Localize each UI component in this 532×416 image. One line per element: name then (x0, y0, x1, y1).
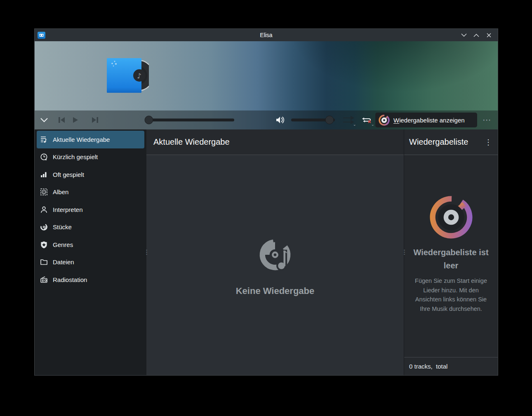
elisa-logo-large-icon (429, 195, 473, 239)
shuffle-menu-chevron-icon: ⌄ (353, 122, 356, 127)
playlist-empty-text: Fügen Sie zum Start einige Lieder hinzu.… (412, 276, 490, 313)
sidebar-item-label: Aktuelle Wiedergabe (53, 136, 110, 143)
overflow-menu-button[interactable]: ⋯ (483, 115, 492, 125)
shuffle-button[interactable]: ⌄ (341, 113, 355, 127)
play-button[interactable] (70, 114, 81, 126)
radio-icon (40, 276, 48, 284)
sidebar-item-label: Stücke (53, 223, 72, 230)
header-banner: ♪ (35, 41, 498, 129)
show-playlist-label: Wiedergabeliste anzeigen (393, 117, 465, 124)
sidebar-item-label: Dateien (53, 259, 74, 266)
sidebar-item-radiostation[interactable]: Radiostation (37, 271, 144, 289)
hide-player-button[interactable] (38, 113, 51, 127)
repeat-menu-chevron-icon: ⌄ (371, 122, 374, 127)
sidebar-item-label: Radiostation (53, 276, 87, 283)
sidebar-item-genres[interactable]: Genres (37, 236, 144, 254)
track-icon (40, 223, 48, 231)
sidebar-item-kuerzlich-gespielt[interactable]: Kürzlich gespielt (37, 148, 144, 166)
sidebar-item-interpreten[interactable]: Interpreten (37, 201, 144, 219)
album-art-placeholder: ♪ (107, 58, 149, 93)
elisa-logo-icon (379, 115, 390, 126)
elisa-window: Elisa (34, 28, 498, 376)
playlist-title: Wiedergabeliste (409, 137, 468, 147)
main-view-title: Aktuelle Wiedergabe (153, 137, 230, 147)
player-controls-bar: ⌄ ⌄ (35, 110, 498, 129)
main-view: Aktuelle Wiedergabe Keine Wiedergabe (146, 129, 404, 375)
playlist-menu-button[interactable]: ⋮ (483, 138, 494, 147)
clock-icon (40, 153, 48, 161)
svg-text:♪: ♪ (137, 72, 141, 80)
sidebar: Aktuelle Wiedergabe Kürzlich gespielt (35, 129, 146, 375)
sidebar-item-alben[interactable]: Alben (37, 183, 144, 201)
playlist-empty-title: Wiedergabeliste ist leer (412, 246, 490, 272)
playlist-footer: 0 tracks, total (404, 357, 498, 375)
sidebar-item-label: Oft gespielt (53, 171, 84, 178)
main-view-header: Aktuelle Wiedergabe (146, 129, 404, 155)
show-playlist-button[interactable]: Wiedergabeliste anzeigen (375, 113, 477, 127)
sidebar-item-label: Alben (53, 188, 68, 195)
folder-icon (40, 258, 48, 266)
volume-slider-handle[interactable] (325, 116, 334, 125)
chart-icon (40, 171, 48, 179)
sidebar-item-label: Interpreten (53, 206, 83, 213)
titlebar[interactable]: Elisa (35, 29, 498, 41)
minimize-button[interactable] (459, 31, 469, 40)
genre-icon (40, 241, 48, 249)
sidebar-item-label: Genres (53, 241, 73, 248)
close-button[interactable] (484, 31, 494, 40)
sidebar-splitter[interactable]: ••• (146, 129, 148, 375)
sidebar-item-aktuelle-wiedergabe[interactable]: Aktuelle Wiedergabe (37, 131, 144, 148)
sidebar-item-label: Kürzlich gespielt (53, 153, 98, 160)
maximize-button[interactable] (471, 31, 481, 40)
playlist-panel: Wiedergabeliste ⋮ Wiedergabeliste (404, 129, 498, 375)
progress-slider-track[interactable] (145, 119, 234, 122)
artist-icon (40, 206, 48, 214)
playlist-icon (40, 136, 48, 143)
progress-slider-handle[interactable] (145, 116, 153, 125)
playlist-splitter[interactable]: ••• (403, 129, 405, 375)
previous-track-button[interactable] (56, 114, 68, 126)
no-playback-icon (257, 237, 293, 273)
album-icon (40, 188, 48, 196)
repeat-button[interactable]: ⌄ (360, 113, 374, 127)
volume-mute-button[interactable] (275, 115, 285, 125)
now-playing-empty-state: Keine Wiedergabe (146, 155, 404, 375)
next-track-button[interactable] (89, 114, 101, 126)
sidebar-item-oft-gespielt[interactable]: Oft gespielt (37, 166, 144, 183)
window-title: Elisa (35, 32, 498, 38)
sidebar-item-dateien[interactable]: Dateien (37, 254, 144, 271)
sidebar-item-stuecke[interactable]: Stücke (37, 219, 144, 236)
no-playback-label: Keine Wiedergabe (236, 286, 315, 296)
playlist-header: Wiedergabeliste ⋮ (404, 129, 498, 155)
